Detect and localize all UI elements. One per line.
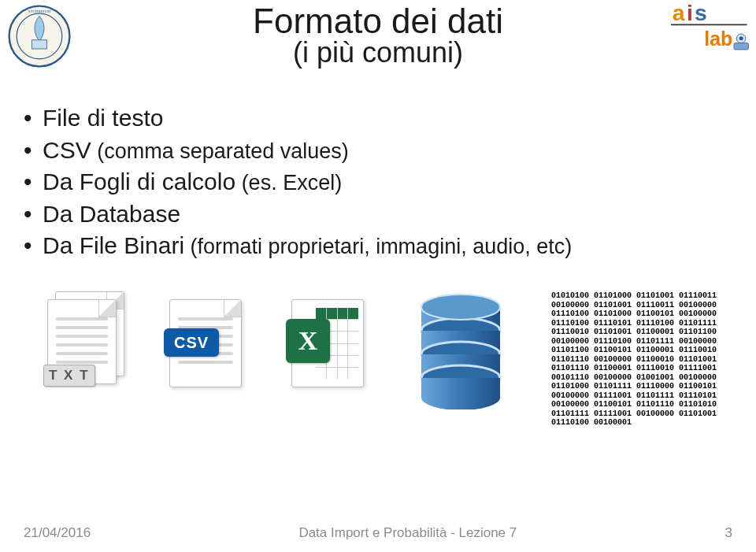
svg-point-23 xyxy=(421,385,500,409)
bullet-paren: (comma separated values) xyxy=(91,139,349,163)
database-icon xyxy=(413,291,508,413)
bullet-text: File di testo xyxy=(43,105,163,131)
slide-footer: 21/04/2016 Data Import e Probabilità - L… xyxy=(0,525,756,541)
bullet-paren: (formati proprietari, immagini, audio, e… xyxy=(184,235,572,258)
svg-text:a: a xyxy=(673,0,685,25)
svg-rect-9 xyxy=(734,43,748,50)
bullet-item: File di testo xyxy=(24,102,732,135)
binary-data-block: 01010100 01101000 01101001 01110011 0010… xyxy=(551,291,717,428)
bullet-text: Da Database xyxy=(43,201,180,227)
aislab-logo-icon: a i s lab xyxy=(671,0,750,69)
bullet-item: Da Database xyxy=(24,198,732,231)
excel-file-icon: X xyxy=(291,299,370,387)
slide-title: Formato dei dati xyxy=(0,2,756,41)
footer-date: 21/04/2016 xyxy=(24,525,91,541)
footer-title: Data Import e Probabilità - Lezione 7 xyxy=(298,525,517,541)
bullet-paren: (es. Excel) xyxy=(235,171,342,194)
bullet-text: CSV xyxy=(43,137,91,163)
slide-subtitle: (i più comuni) xyxy=(0,36,756,69)
svg-text:STUDIORUM: STUDIORUM xyxy=(28,9,51,13)
svg-point-11 xyxy=(739,36,743,40)
svg-text:lab: lab xyxy=(704,28,732,50)
svg-text:s: s xyxy=(695,0,707,25)
footer-page-number: 3 xyxy=(725,525,732,541)
svg-text:i: i xyxy=(687,0,693,25)
university-seal-icon: STUDIORUM xyxy=(8,5,71,68)
bullet-list: File di testo CSV (comma separated value… xyxy=(24,102,732,262)
svg-rect-2 xyxy=(32,40,46,49)
txt-label: T X T xyxy=(43,365,95,387)
excel-badge: X xyxy=(286,319,330,363)
svg-point-24 xyxy=(421,295,500,320)
txt-file-icon: T X T xyxy=(47,299,126,384)
icons-row: T X T CSV X xyxy=(47,291,732,428)
bullet-item: CSV (comma separated values) xyxy=(24,135,732,167)
csv-file-icon: CSV xyxy=(169,299,248,387)
bullet-item: Da File Binari (formati proprietari, imm… xyxy=(24,230,732,262)
bullet-text: Da Fogli di calcolo xyxy=(43,169,235,194)
bullet-text: Da File Binari xyxy=(43,232,184,258)
slide-body: File di testo CSV (comma separated value… xyxy=(24,102,732,262)
csv-badge: CSV xyxy=(164,328,219,357)
bullet-item: Da Fogli di calcolo (es. Excel) xyxy=(24,166,732,198)
